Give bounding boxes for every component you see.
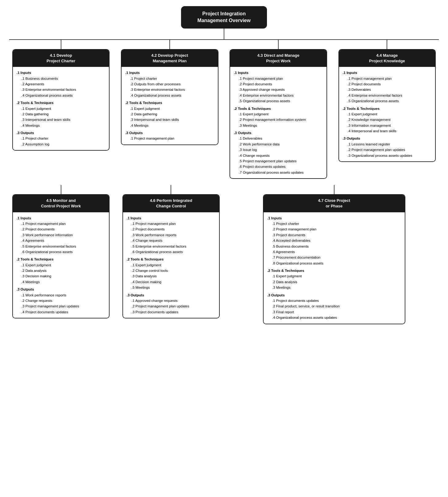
col-42-vline [169,40,170,49]
p46-s3-i3: .3 Project documents updates [127,309,215,315]
p42-s2-title: .2 Tools & Techniques [125,100,214,106]
process-46-header: 4.6 Perform IntegratedChange Control [123,195,219,212]
p43-s3-i3: .3 Issue log [234,147,322,152]
p41-s2-i4: .4 Meetings [17,123,105,128]
p42-s2-i3: .3 Interpersonal and team skills [125,117,214,122]
p43-s3-i6: .6 Project documents updates [234,164,322,169]
p44-s3-title: .3 Outputs [343,136,431,141]
p47-s1-title: .1 Inputs [267,215,401,221]
p45-s1-i3: .3 Work performance information [17,232,105,238]
p44-s2-i4: .4 Interpersonal and team skills [343,128,431,134]
p43-s1-title: .1 Inputs [234,70,322,75]
p42-s1-i2: .2 Outputs from other processes [125,81,214,87]
p46-s2-i4: .4 Decision making [127,279,215,285]
p45-s2-i4: .4 Meetings [17,279,105,285]
p44-s3-i3: .3 Organizational process assets updates [343,153,431,158]
p46-s1-i4: .4 Change requests [127,238,215,243]
p46-s2-title: .2 Tools & Techniques [127,256,215,262]
p42-s1-title: .1 Inputs [125,70,214,75]
col-43-vline [278,40,279,49]
p47-s2-i1: .1 Expert judgment [267,273,401,279]
process-41-body: .1 Inputs .1 Business documents .2 Agree… [13,67,109,150]
p43-s1-i4: .4 Enterprise environmental factors [234,93,322,98]
col-45-vline [61,185,61,194]
p45-s2-i3: .3 Decision making [17,273,105,279]
process-47-body: .1 Inputs .1 Project charter .2 Project … [264,212,405,324]
root-connector: Project Integration Management Overview [181,6,267,39]
diagram-container: Project Integration Management Overview … [9,6,439,324]
process-44-body: .1 Inputs .1 Project management plan .2 … [339,67,435,161]
p43-s1-i1: .1 Project management plan [234,76,322,81]
p47-s3-title: .3 Outputs [267,292,401,298]
p45-s3-title: .3 Outputs [17,287,105,292]
col-43: 4.3 Direct and ManageProject Work .1 Inp… [230,40,327,179]
p41-s1-i2: .2 Agreements [17,81,105,87]
p46-s1-title: .1 Inputs [127,215,215,221]
p47-s3-i1: .1 Project documents updates [267,298,401,303]
top-row: 4.1 Develop Project Charter .1 Inputs .1… [9,40,439,179]
p44-s1-title: .1 Inputs [343,70,431,75]
p41-s2-i3: .3 Interpersonal and team skills [17,117,105,122]
p46-s1-i3: .3 Work performance reports [127,232,215,238]
col-41: 4.1 Develop Project Charter .1 Inputs .1… [12,40,110,179]
p46-s3-title: .3 Outputs [127,292,215,298]
p44-s3-i1: .1 Lessons learned register [343,141,431,147]
p44-s1-i1: .1 Project management plan [343,76,431,81]
process-45-body: .1 Inputs .1 Project management plan .2 … [13,212,109,318]
p47-s1-i5: .5 Business documents [267,244,401,249]
p46-s1-i2: .2 Project documents [127,226,215,232]
p46-s2-i2: .2 Change control tools [127,268,215,273]
p41-s2-i1: .1 Expert judgment [17,106,105,111]
col-46-vline [171,185,171,194]
process-43-header: 4.3 Direct and ManageProject Work [230,50,326,67]
p47-s1-i4: .4 Accepted deliverables [267,238,401,243]
p47-s3-i2: .2 Final product, service, or result tra… [267,303,401,309]
p46-s2-i3: .3 Data analysis [127,273,215,279]
process-46: 4.6 Perform IntegratedChange Control .1 … [122,194,220,318]
p43-s3-i1: .1 Deliverables [234,136,322,141]
root-title: Project Integration Management Overview [197,11,250,23]
col-41-vline [61,40,61,49]
p44-s1-i2: .2 Project documents [343,81,431,87]
col-47-vline [334,185,334,194]
col-47: 4.7 Close Projector Phase .1 Inputs .1 P… [233,185,436,324]
p47-s3-i4: .4 Organizational process assets updates [267,315,401,320]
col-46: 4.6 Perform IntegratedChange Control .1 … [122,185,220,318]
p45-s3-i1: .1 Work performance reports [17,292,105,298]
process-44: 4.4 ManageProject Knowledge .1 Inputs .1… [338,49,436,162]
p46-s1-i6: .6 Organizational process assets [127,249,215,255]
root-node: Project Integration Management Overview [181,6,267,29]
p45-s2-i1: .1 Expert judgment [17,262,105,268]
process-45-header: 4.5 Monitor andControl Project Work [13,195,109,212]
p47-s1-i8: .8 Organizational process assets [267,260,401,266]
p47-s2-i2: .2 Data analysis [267,279,401,285]
p42-s3-title: .3 Outputs [125,130,214,136]
process-47: 4.7 Close Projector Phase .1 Inputs .1 P… [263,194,405,324]
p46-s2-i5: .5 Meetings [127,285,215,290]
p42-s2-i4: .4 Meetings [125,123,214,128]
process-42-header: 4.2 Develop ProjectManagement Plan [122,50,218,67]
p41-s3-i2: .2 Assumption log [17,141,105,147]
p45-s1-i2: .2 Project documents [17,226,105,232]
p45-s2-title: .2 Tools & Techniques [17,256,105,262]
col-45: 4.5 Monitor andControl Project Work .1 I… [12,185,110,318]
bottom-rows: 4.5 Monitor andControl Project Work .1 I… [9,185,439,324]
p45-s1-title: .1 Inputs [17,215,105,221]
p41-s2-title: .2 Tools & Techniques [17,100,105,106]
process-43: 4.3 Direct and ManageProject Work .1 Inp… [230,49,327,179]
p47-s2-title: .2 Tools & Techniques [267,268,401,273]
p44-s3-i2: .2 Project management plan updates [343,147,431,152]
p41-s1-i3: .3 Enterprise environmental factors [17,87,105,92]
p44-s2-i2: .2 Knowledge management [343,117,431,122]
p43-s3-i5: .5 Project management plan updates [234,158,322,164]
process-41: 4.1 Develop Project Charter .1 Inputs .1… [12,49,110,151]
process-46-body: .1 Inputs .1 Project management plan .2 … [123,212,219,318]
process-43-body: .1 Inputs .1 Project management plan .2 … [230,67,326,178]
p46-s3-i2: .2 Project management plan updates [127,303,215,309]
p41-s1-title: .1 Inputs [17,70,105,75]
p44-s1-i3: .3 Deliverables [343,87,431,92]
p44-s1-i4: .4 Enterprise environmental factors [343,93,431,98]
p45-s1-i5: .5 Enterprise environmental factors [17,244,105,249]
process-41-header: 4.1 Develop Project Charter [13,50,109,67]
p43-s2-title: .2 Tools & Techniques [234,106,322,111]
